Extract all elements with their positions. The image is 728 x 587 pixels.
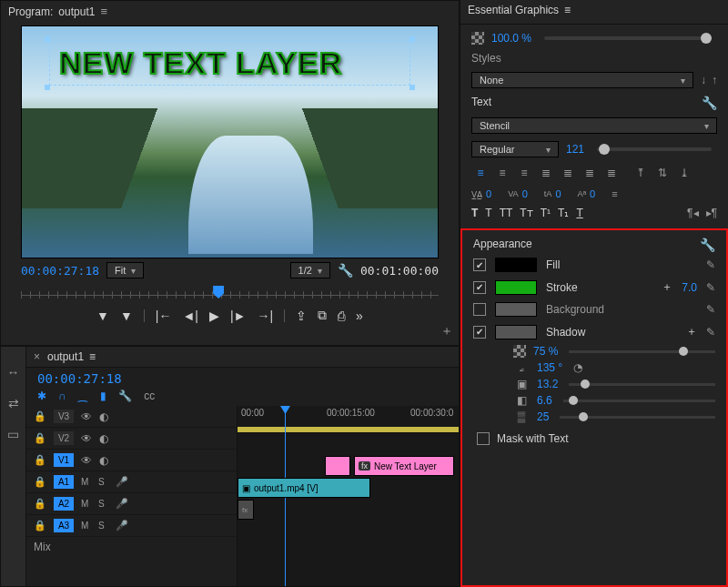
eyedropper-icon[interactable]: ✎: [706, 281, 715, 294]
selection-tool-icon[interactable]: ↔: [7, 365, 20, 380]
rtl-icon[interactable]: ¶◂: [687, 207, 698, 219]
program-current-timecode[interactable]: 00:00:27:18: [21, 264, 99, 278]
font-family-dropdown[interactable]: Stencil ▾: [471, 117, 717, 134]
play-button[interactable]: ▶: [209, 309, 219, 323]
cc-icon[interactable]: cc: [144, 390, 155, 402]
more-metrics-icon[interactable]: ≡: [612, 188, 617, 199]
track-label[interactable]: V1: [54, 453, 74, 467]
eye-icon[interactable]: ◐: [99, 432, 108, 445]
settings-wrench-icon[interactable]: 🔧: [338, 263, 353, 278]
opacity-value[interactable]: 100.0 %: [491, 32, 531, 45]
toggle-track-output-icon[interactable]: 👁: [81, 454, 92, 467]
clip-text-layer[interactable]: fx New Text Layer: [354, 456, 454, 476]
angle-dial-icon[interactable]: ◔: [570, 361, 586, 374]
mic-icon[interactable]: 🎤: [116, 498, 128, 510]
baseline-field[interactable]: Aª0: [578, 188, 596, 199]
smallcaps-icon[interactable]: Tᴛ: [520, 207, 532, 219]
shadow-opacity-slider[interactable]: [569, 350, 715, 353]
faux-italic-icon[interactable]: T: [485, 207, 491, 219]
magnet-icon[interactable]: ∩: [58, 390, 66, 402]
toggle-track-output-icon[interactable]: 👁: [81, 410, 92, 423]
go-to-in-button[interactable]: |←: [156, 309, 172, 323]
mic-icon[interactable]: 🎤: [116, 520, 128, 531]
align-left-icon[interactable]: ≡: [471, 165, 490, 181]
panel-menu-icon[interactable]: ≡: [100, 5, 107, 18]
fill-checkbox[interactable]: ✔: [473, 258, 486, 271]
font-size-value[interactable]: 121: [566, 143, 584, 156]
timeline-tab[interactable]: × output1 ≡: [26, 347, 459, 368]
lock-icon[interactable]: 🔒: [34, 476, 46, 488]
mute-solo[interactable]: M S: [81, 477, 108, 487]
leading-field[interactable]: tA0: [544, 188, 561, 199]
extract-button[interactable]: ⧉: [318, 308, 327, 323]
wrench-icon[interactable]: 🔧: [118, 390, 132, 402]
export-frame-button[interactable]: ⎙: [338, 309, 345, 323]
marker-icon[interactable]: ▮: [100, 390, 106, 402]
clip-video[interactable]: ▣ output1.mp4 [V]: [238, 478, 370, 498]
shadow-size[interactable]: 6.6: [537, 394, 552, 407]
tab-close-icon[interactable]: ×: [34, 350, 40, 363]
shadow-checkbox[interactable]: ✔: [473, 326, 486, 339]
styles-dropdown[interactable]: None ▾: [471, 72, 693, 88]
lock-icon[interactable]: 🔒: [34, 432, 46, 444]
clip-audio[interactable]: fx: [238, 500, 254, 520]
align-right-icon[interactable]: ≡: [515, 165, 533, 181]
add-shadow-icon[interactable]: ＋: [686, 324, 697, 339]
background-checkbox[interactable]: [473, 303, 486, 316]
underline-icon[interactable]: T: [576, 207, 582, 219]
track-header-a1[interactable]: 🔒 A1 M S 🎤: [26, 471, 237, 493]
eyedropper-icon[interactable]: ✎: [706, 303, 715, 316]
step-back-button[interactable]: ◄|: [182, 309, 198, 323]
kerning-field[interactable]: V̲A̲0: [471, 188, 491, 199]
track-header-a2[interactable]: 🔒 A2 M S 🎤: [26, 493, 237, 515]
step-forward-button[interactable]: |►: [230, 309, 247, 323]
track-header-v3[interactable]: 🔒 V3 👁 ◐: [26, 406, 237, 428]
justify-all-icon[interactable]: ≣: [602, 165, 621, 181]
tracking-field[interactable]: VA0: [508, 188, 528, 199]
shadow-distance-slider[interactable]: [569, 383, 715, 386]
vertical-align-bottom-icon[interactable]: ⤓: [675, 165, 693, 181]
eye-icon[interactable]: ◐: [99, 410, 108, 423]
stroke-checkbox[interactable]: ✔: [473, 281, 486, 294]
subscript-icon[interactable]: T₁: [558, 207, 569, 219]
track-label[interactable]: A1: [54, 475, 74, 489]
ltr-icon[interactable]: ▸¶: [706, 207, 717, 219]
panel-menu-icon[interactable]: ≡: [89, 350, 96, 363]
shadow-color-swatch[interactable]: [495, 325, 537, 339]
shadow-blur[interactable]: 25: [537, 410, 549, 423]
justify-last-center-icon[interactable]: ≣: [559, 165, 577, 181]
program-monitor[interactable]: NEW TEXT LAYER: [21, 25, 439, 258]
justify-last-right-icon[interactable]: ≣: [581, 165, 599, 181]
push-style-up-icon[interactable]: ↑: [712, 74, 717, 86]
stroke-width[interactable]: 7.0: [682, 281, 697, 294]
eyedropper-icon[interactable]: ✎: [706, 258, 715, 271]
lift-button[interactable]: ⇪: [296, 309, 307, 323]
timeline-current-timecode[interactable]: 00:00:27:18: [37, 371, 122, 386]
track-header-v1[interactable]: 🔒 V1 👁 ◐: [26, 450, 237, 471]
fill-color-swatch[interactable]: [495, 258, 537, 272]
faux-bold-icon[interactable]: T: [471, 207, 478, 219]
track-header-v2[interactable]: 🔒 V2 👁 ◐: [26, 428, 237, 450]
shadow-size-slider[interactable]: [563, 400, 715, 402]
superscript-icon[interactable]: T¹: [541, 207, 551, 219]
zoom-fit-dropdown[interactable]: Fit ▾: [106, 262, 144, 278]
opacity-slider[interactable]: [544, 36, 712, 40]
mute-solo[interactable]: M S: [81, 499, 108, 509]
mark-in-button[interactable]: ▼: [96, 309, 109, 323]
track-label[interactable]: V3: [54, 410, 74, 423]
track-label[interactable]: A3: [54, 519, 74, 532]
eyedropper-icon[interactable]: ✎: [706, 326, 715, 339]
align-center-icon[interactable]: ≡: [493, 165, 511, 181]
track-label[interactable]: V2: [54, 431, 74, 445]
program-scrub-bar[interactable]: [21, 286, 439, 306]
shadow-angle[interactable]: 135 °: [537, 361, 562, 374]
clip-graphic-small[interactable]: [325, 456, 350, 476]
linked-selection-icon[interactable]: ⁔: [78, 390, 87, 402]
text-layer-bounding-box[interactable]: NEW TEXT LAYER: [49, 41, 410, 86]
vertical-align-top-icon[interactable]: ⤒: [632, 165, 650, 181]
mic-icon[interactable]: 🎤: [116, 476, 128, 488]
timeline-track-area[interactable]: 00:00 00:00:15:00 00:00:30:0 fx New Text…: [238, 406, 459, 586]
shadow-opacity[interactable]: 75 %: [533, 345, 558, 358]
vertical-align-middle-icon[interactable]: ⇅: [653, 165, 672, 181]
lock-icon[interactable]: 🔒: [34, 498, 46, 510]
